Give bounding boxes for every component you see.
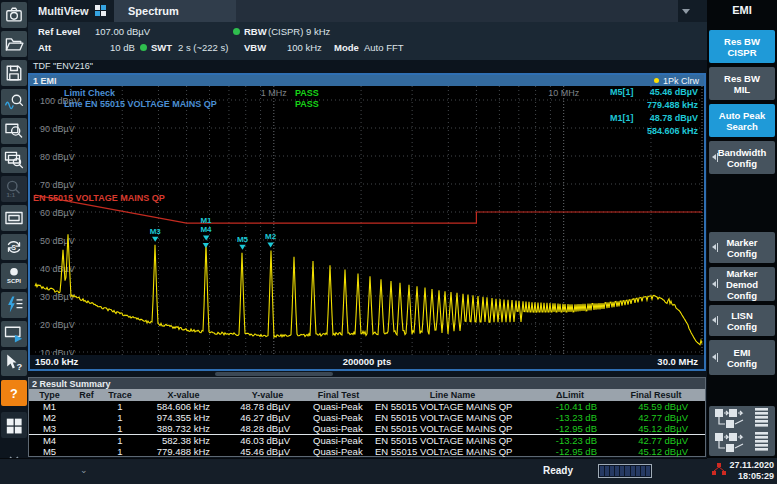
tab-multiview-label: MultiView (38, 5, 89, 17)
column-header-type[interactable]: Type (29, 389, 70, 401)
emi-window-titlebar[interactable]: 1 EMI 1Pk Clrw (30, 75, 704, 86)
multiple-zoom-icon[interactable] (1, 147, 27, 173)
column-header-final-test[interactable]: Final Test (305, 389, 372, 401)
help-icon[interactable]: ? (1, 380, 27, 406)
column-header-trace[interactable]: Trace (103, 389, 137, 401)
open-file-icon[interactable] (1, 31, 27, 57)
mode-value[interactable]: Auto FFT (364, 42, 404, 53)
x-axis-label: 1 MHz (261, 88, 288, 98)
att-value[interactable]: 10 dB (110, 42, 135, 53)
softkey-res-bw-mil[interactable]: Res BWMIL (709, 67, 775, 100)
display-frame-icon[interactable] (1, 205, 27, 231)
emi-window-title: 1 EMI (30, 76, 57, 86)
submenu-arrow-icon (712, 153, 718, 162)
column-header--limit[interactable]: ΔLimit (533, 389, 607, 401)
screenshot-camera-icon[interactable] (1, 2, 27, 28)
marker-label-m5: M5 (237, 235, 249, 244)
tab-spectrum[interactable]: Spectrum (114, 0, 236, 22)
cell-trace: 1 (103, 435, 137, 447)
cell-x-value: 974.355 kHz (137, 412, 230, 423)
sweep-restart-icon[interactable]: S (1, 234, 27, 260)
statusbar-chevron-icon[interactable]: ⌄ (80, 465, 88, 475)
table-body: M11584.606 kHz48.78 dBµVQuasi-PeakEN 550… (29, 401, 705, 457)
table-row-m1[interactable]: M11584.606 kHz48.78 dBµVQuasi-PeakEN 550… (29, 401, 705, 412)
windows-start-icon[interactable] (1, 412, 27, 438)
progress-segment (605, 466, 609, 476)
cell--limit: -12.95 dB (533, 423, 607, 435)
marker-readout-freq: 584.606 kHz (647, 126, 698, 136)
column-header-line-name[interactable]: Line Name (372, 389, 533, 401)
ready-status: Ready (543, 465, 573, 476)
result-summary-titlebar[interactable]: 2 Result Summary (29, 378, 705, 389)
sweep-progress-bar (598, 464, 652, 478)
ref-level-value[interactable]: 107.00 dBµV (95, 26, 150, 37)
rbw-value[interactable]: (CISPR) 9 kHz (268, 26, 330, 37)
softkey-sequencer[interactable] (709, 406, 775, 456)
marker-triangle-m2[interactable] (267, 242, 273, 247)
table-row-m2[interactable]: M21974.355 kHz46.27 dBµVQuasi-PeakEN 550… (29, 412, 705, 423)
softkey-marker-demod-config[interactable]: MarkerDemodConfig (709, 267, 775, 301)
marker-readout-name[interactable]: M5[1] (610, 87, 634, 97)
column-header-final-result[interactable]: Final Result (607, 389, 705, 401)
left-toolbar: 1:1SSCPI?? (0, 0, 28, 484)
marker-triangle-m3[interactable] (152, 237, 158, 242)
event-log-icon[interactable] (1, 292, 27, 318)
cell-final-test: Quasi-Peak (305, 446, 372, 457)
sequencer-icon (713, 408, 771, 454)
softkey-label: Config (727, 321, 757, 332)
context-help-icon[interactable]: ? (1, 350, 27, 376)
softkey-panel: EMI Res BWCISPRRes BWMILAuto PeakSearchB… (707, 0, 777, 484)
marker-triangle-m4[interactable] (203, 243, 209, 248)
table-row-m3[interactable]: M31389.732 kHz48.28 dBµVQuasi-PeakEN 550… (29, 423, 705, 435)
marker-triangle-m5[interactable] (239, 245, 245, 250)
cell-line-name: EN 55015 VOLTAGE MAINS QP (372, 401, 533, 412)
softkey-auto-peak-search[interactable]: Auto PeakSearch (709, 104, 775, 137)
table-row-m4[interactable]: M41582.38 kHz46.03 dBµVQuasi-PeakEN 5501… (29, 435, 705, 447)
transducer-label: TDF "ENV216" (33, 61, 93, 71)
window-play-icon[interactable] (1, 321, 27, 347)
zoom-1to1-icon: 1:1 (1, 176, 27, 202)
cell-ref (70, 435, 103, 447)
swt-label: SWT (151, 42, 172, 53)
trace-mode-chip[interactable]: 1Pk Clrw (654, 75, 699, 86)
ref-level-label: Ref Level (38, 26, 80, 37)
vbw-value[interactable]: 100 kHz (287, 42, 322, 53)
column-header-ref[interactable]: Ref (70, 389, 103, 401)
tab-multiview[interactable]: MultiView (28, 0, 114, 22)
progress-segment (625, 466, 629, 476)
cell-line-name: EN 55015 VOLTAGE MAINS QP (372, 446, 533, 457)
limit-check-result: PASS (295, 88, 319, 98)
marker-readout-name[interactable]: M1[1] (610, 113, 634, 123)
channel-tab-bar: MultiView Spectrum (28, 0, 707, 22)
multiview-grid-icon (95, 2, 106, 20)
cell--limit: -13.23 dB (533, 412, 607, 423)
marker-readout-level: 45.46 dBµV (650, 87, 698, 97)
att-label: Att (38, 42, 51, 53)
softkey-res-bw-cispr[interactable]: Res BWCISPR (709, 30, 775, 63)
column-header-x-value[interactable]: X-value (137, 389, 230, 401)
y-axis-label: 50 dBµV (40, 236, 75, 246)
cell-final-result: 42.77 dBµV (607, 412, 705, 423)
cell-y-value: 45.46 dBµV (230, 446, 305, 457)
swt-value[interactable]: 2 s (~222 s) (178, 42, 228, 53)
table-row-m5[interactable]: M51779.488 kHz45.46 dBµVQuasi-PeakEN 550… (29, 446, 705, 457)
tab-dropdown-caret-icon[interactable] (682, 9, 690, 14)
progress-segment (646, 466, 650, 476)
softkey-emi-config[interactable]: EMIConfig (709, 340, 775, 375)
axis-points-label: 200000 pts (30, 356, 704, 367)
softkey-bandwidth-config[interactable]: BandwidthConfig (709, 141, 775, 174)
zoom-signal-icon[interactable] (1, 89, 27, 115)
scpi-recorder-icon[interactable]: SCPI (1, 263, 27, 289)
column-header-y-value[interactable]: Y-value (230, 389, 305, 401)
softkey-label: Marker (726, 237, 757, 248)
cell-y-value: 48.78 dBµV (230, 401, 305, 412)
cell-x-value: 389.732 kHz (137, 423, 230, 435)
softkey-lisn-config[interactable]: LISNConfig (709, 305, 775, 336)
zoom-display-icon[interactable] (1, 118, 27, 144)
x-axis-label: 10 MHz (548, 88, 580, 98)
horizontal-scrollbar[interactable] (215, 372, 333, 376)
y-axis-label: 90 dBµV (40, 124, 75, 134)
marker-label-m3: M3 (150, 227, 162, 236)
save-file-icon[interactable] (1, 60, 27, 86)
softkey-marker-config[interactable]: MarkerConfig (709, 232, 775, 263)
